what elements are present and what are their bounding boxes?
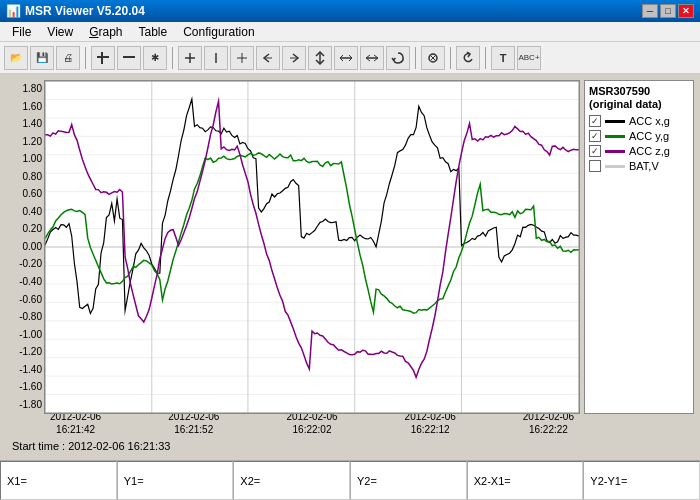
open-button[interactable]: 📂 (4, 46, 28, 70)
menu-bar: File View Graph Table Configuration (0, 22, 700, 42)
y-axis-label: 0.80 (23, 172, 42, 182)
legend-label: ACC z,g (629, 145, 670, 157)
y-axis-label: 1.60 (23, 102, 42, 112)
legend-checkbox[interactable] (589, 130, 601, 142)
menu-configuration[interactable]: Configuration (175, 23, 262, 41)
graph-canvas[interactable] (45, 81, 579, 413)
origin-button[interactable] (421, 46, 445, 70)
legend-label: ACC y,g (629, 130, 669, 142)
status-y2: Y2= (350, 461, 467, 500)
text-button[interactable]: T (491, 46, 515, 70)
abc-plus-button[interactable]: ABC+ (517, 46, 541, 70)
legend-item[interactable]: ACC x,g (589, 115, 689, 127)
y-axis: 1.801.601.401.201.000.800.600.400.200.00… (6, 80, 44, 414)
y-axis-label: 0.20 (23, 224, 42, 234)
x2x1-label: X2-X1= (474, 475, 577, 487)
legend-title: MSR307590(original data) (589, 85, 689, 111)
status-y1: Y1= (117, 461, 234, 500)
menu-file[interactable]: File (4, 23, 39, 41)
menu-view[interactable]: View (39, 23, 81, 41)
legend-color-line (605, 135, 625, 138)
select-button[interactable]: ✱ (143, 46, 167, 70)
legend-label: BAT,V (629, 160, 659, 172)
save-button[interactable]: 💾 (30, 46, 54, 70)
legend-color-line (605, 150, 625, 153)
center-button[interactable] (308, 46, 332, 70)
menu-graph[interactable]: Graph (81, 23, 130, 41)
legend-color-line (605, 120, 625, 123)
toolbar-sep-3 (415, 47, 416, 69)
menu-table[interactable]: Table (131, 23, 176, 41)
y-axis-label: -0.60 (19, 295, 42, 305)
y-axis-label: 1.20 (23, 137, 42, 147)
legend-item[interactable]: ACC y,g (589, 130, 689, 142)
status-x1: X1= (0, 461, 117, 500)
y-axis-label: -0.20 (19, 259, 42, 269)
x-axis-labels: 2012-02-0616:21:422012-02-0616:21:522012… (50, 410, 574, 438)
minimize-button[interactable]: ─ (642, 4, 658, 18)
legend-checkbox[interactable] (589, 160, 601, 172)
y-axis-label: -1.80 (19, 400, 42, 410)
y-axis-label: -0.40 (19, 277, 42, 287)
maximize-button[interactable]: □ (660, 4, 676, 18)
y2-label: Y2= (357, 475, 460, 487)
y-axis-label: -0.80 (19, 312, 42, 322)
legend-item[interactable]: ACC z,g (589, 145, 689, 157)
cursor-h-button[interactable] (178, 46, 202, 70)
y1-label: Y1= (124, 475, 227, 487)
toolbar-sep-1 (85, 47, 86, 69)
y-axis-label: 1.00 (23, 154, 42, 164)
legend: MSR307590(original data) ACC x,gACC y,gA… (584, 80, 694, 414)
svg-rect-1 (101, 52, 103, 64)
svg-rect-3 (123, 56, 135, 58)
status-x2: X2= (233, 461, 350, 500)
status-bar: X1= Y1= X2= Y2= X2-X1= Y2-Y1= (0, 460, 700, 500)
x2-label: X2= (240, 475, 343, 487)
zoom-out-button[interactable] (117, 46, 141, 70)
graph-inner (45, 81, 579, 413)
window-controls[interactable]: ─ □ ✕ (642, 4, 694, 18)
status-x2x1: X2-X1= (467, 461, 584, 500)
cursor-v-button[interactable] (204, 46, 228, 70)
legend-item[interactable]: BAT,V (589, 160, 689, 172)
zoom-in-button[interactable] (91, 46, 115, 70)
toolbar-sep-2 (172, 47, 173, 69)
y-axis-label: -1.40 (19, 365, 42, 375)
title-bar: 📊 MSR Viewer V5.20.04 ─ □ ✕ (0, 0, 700, 22)
toolbar-sep-5 (485, 47, 486, 69)
y2y1-label: Y2-Y1= (590, 475, 693, 487)
status-y2y1: Y2-Y1= (583, 461, 700, 500)
y-axis-label: -1.60 (19, 382, 42, 392)
legend-checkbox[interactable] (589, 115, 601, 127)
merge-button[interactable] (360, 46, 384, 70)
legend-label: ACC x,g (629, 115, 670, 127)
toolbar-sep-4 (450, 47, 451, 69)
pan-left-button[interactable] (256, 46, 280, 70)
y-axis-label: -1.00 (19, 330, 42, 340)
legend-checkbox[interactable] (589, 145, 601, 157)
app-icon: 📊 (6, 4, 21, 18)
close-button[interactable]: ✕ (678, 4, 694, 18)
legend-color-line (605, 165, 625, 168)
x1-label: X1= (7, 475, 110, 487)
y-axis-label: -1.20 (19, 347, 42, 357)
reset-button[interactable] (386, 46, 410, 70)
toolbar: 📂 💾 🖨 ✱ T ABC+ (0, 42, 700, 74)
cursor-both-button[interactable] (230, 46, 254, 70)
y-axis-label: 0.40 (23, 207, 42, 217)
main-content: 1.801.601.401.201.000.800.600.400.200.00… (0, 74, 700, 500)
y-axis-label: 0.60 (23, 189, 42, 199)
split-button[interactable] (334, 46, 358, 70)
graph-container[interactable] (44, 80, 580, 414)
y-axis-label: 0.00 (23, 242, 42, 252)
undo-button[interactable] (456, 46, 480, 70)
pan-right-button[interactable] (282, 46, 306, 70)
start-time: Start time : 2012-02-06 16:21:33 (6, 438, 694, 454)
print-button[interactable]: 🖨 (56, 46, 80, 70)
graph-section: 1.801.601.401.201.000.800.600.400.200.00… (0, 74, 700, 460)
y-axis-label: 1.40 (23, 119, 42, 129)
y-axis-label: 1.80 (23, 84, 42, 94)
app-title: MSR Viewer V5.20.04 (25, 4, 145, 18)
x-axis-row: 2012-02-0616:21:422012-02-0616:21:522012… (6, 410, 694, 438)
